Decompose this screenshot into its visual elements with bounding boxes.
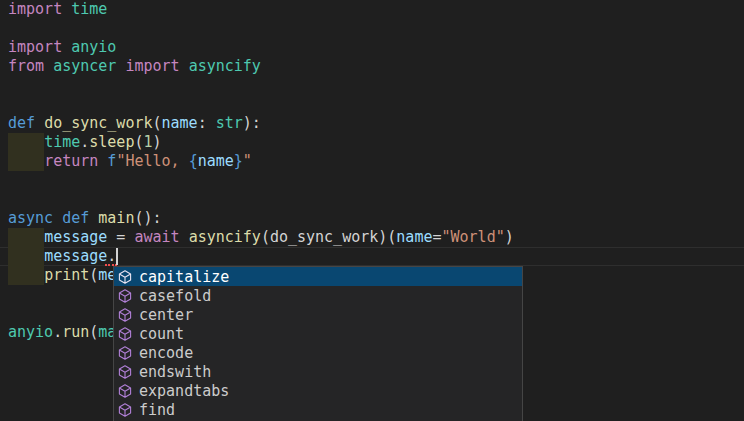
code-token [180, 228, 189, 246]
suggest-item-label: encode [139, 344, 193, 362]
code-token: . [53, 323, 62, 341]
code-line[interactable] [0, 171, 744, 190]
code-token: )( [378, 228, 396, 246]
code-token: ) [153, 133, 162, 151]
code-token [89, 209, 98, 227]
code-token: time [44, 133, 80, 151]
code-token: import [8, 38, 62, 56]
code-token: asyncify [189, 57, 261, 75]
method-icon [117, 288, 133, 304]
suggest-item-label: count [139, 325, 184, 343]
code-token: asyncer [53, 57, 116, 75]
code-token [35, 114, 44, 132]
code-line[interactable]: time.sleep(1) [0, 133, 744, 152]
code-token: message [44, 228, 107, 246]
code-token [53, 209, 62, 227]
code-token: : [198, 114, 216, 132]
code-token: ( [153, 114, 162, 132]
code-line[interactable] [0, 76, 744, 95]
method-icon [117, 269, 133, 285]
code-token: = [107, 228, 134, 246]
code-token: ( [89, 266, 98, 284]
code-token: async [8, 209, 53, 227]
code-token: run [62, 323, 89, 341]
code-token: "Hello, [116, 152, 188, 170]
code-line[interactable]: message = await asyncify(do_sync_work)(n… [0, 228, 744, 247]
code-token: (): [134, 209, 161, 227]
code-line[interactable]: import anyio [0, 38, 744, 57]
code-token: { [189, 152, 198, 170]
text-cursor [116, 248, 118, 265]
method-icon [117, 383, 133, 399]
suggest-item-label: center [139, 306, 193, 324]
code-token: } [234, 152, 243, 170]
code-token [98, 152, 107, 170]
code-token [8, 266, 44, 284]
code-token: anyio [8, 323, 53, 341]
code-token: return [44, 152, 98, 170]
code-token: sleep [89, 133, 134, 151]
code-token [62, 0, 71, 18]
code-token [8, 228, 44, 246]
suggest-widget: capitalizecasefoldcentercountencodeendsw… [113, 266, 523, 421]
suggest-item-encode[interactable]: encode [114, 343, 522, 362]
code-token: do_sync_work [270, 228, 378, 246]
suggest-item-center[interactable]: center [114, 305, 522, 324]
code-token: def [8, 114, 35, 132]
code-token [8, 133, 44, 151]
code-token: time [71, 0, 107, 18]
code-line[interactable]: return f"Hello, {name}" [0, 152, 744, 171]
code-line-current[interactable]: message. [0, 247, 744, 266]
code-token: name [162, 114, 198, 132]
code-token [62, 38, 71, 56]
suggest-item-label: expandtabs [139, 382, 229, 400]
code-token: str [216, 114, 243, 132]
method-icon [117, 402, 133, 418]
code-token: name [198, 152, 234, 170]
method-icon [117, 326, 133, 342]
code-token: import [125, 57, 179, 75]
suggest-item-count[interactable]: count [114, 324, 522, 343]
method-icon [117, 307, 133, 323]
code-token: anyio [71, 38, 116, 56]
suggest-item-endswith[interactable]: endswith [114, 362, 522, 381]
code-token: from [8, 57, 44, 75]
code-token: print [44, 266, 89, 284]
code-token: ) [505, 228, 514, 246]
code-token: 1 [143, 133, 152, 151]
code-line[interactable]: import time [0, 0, 744, 19]
code-token: . [80, 133, 89, 151]
code-line[interactable]: def do_sync_work(name: str): [0, 114, 744, 133]
code-token [8, 247, 44, 265]
code-token: message [44, 247, 107, 265]
code-token: main [98, 209, 134, 227]
code-line[interactable] [0, 95, 744, 114]
method-icon [117, 364, 133, 380]
code-token: name [396, 228, 432, 246]
code-token: await [134, 228, 179, 246]
suggest-item-label: endswith [139, 363, 211, 381]
suggest-item-label: capitalize [139, 268, 229, 286]
code-token: ( [89, 323, 98, 341]
code-token: ): [243, 114, 261, 132]
code-token: asyncify [189, 228, 261, 246]
code-token [180, 57, 189, 75]
suggest-item-expandtabs[interactable]: expandtabs [114, 381, 522, 400]
code-line[interactable]: async def main(): [0, 209, 744, 228]
code-token: def [62, 209, 89, 227]
suggest-item-casefold[interactable]: casefold [114, 286, 522, 305]
suggest-item-capitalize[interactable]: capitalize [114, 267, 522, 286]
code-token [8, 152, 44, 170]
code-token: "World" [442, 228, 505, 246]
suggest-item-label: casefold [139, 287, 211, 305]
suggest-item-label: find [139, 401, 175, 419]
code-line[interactable] [0, 190, 744, 209]
code-token: do_sync_work [44, 114, 152, 132]
suggest-item-find[interactable]: find [114, 400, 522, 419]
code-line[interactable]: from asyncer import asyncify [0, 57, 744, 76]
code-token: = [432, 228, 441, 246]
code-line[interactable] [0, 19, 744, 38]
method-icon [117, 345, 133, 361]
code-token: import [8, 0, 62, 18]
code-token: " [243, 152, 252, 170]
